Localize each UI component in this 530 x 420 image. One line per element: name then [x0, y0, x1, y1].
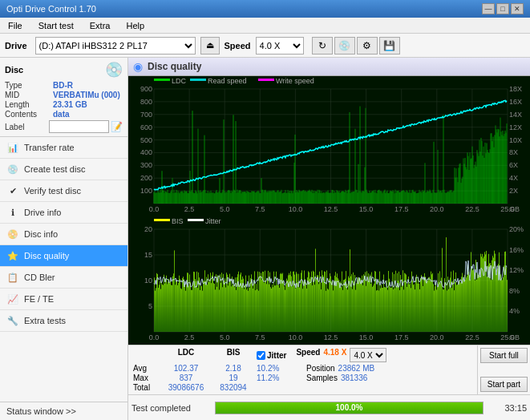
sidebar-item-extra-tests[interactable]: 🔧 Extra tests	[0, 310, 127, 332]
jitter-checkbox[interactable]	[257, 351, 265, 360]
position-value: 23862 MB	[338, 364, 375, 373]
contents-value: data	[53, 110, 70, 119]
status-window-label: Status window >>	[6, 406, 76, 416]
disc-quality-label: Disc quality	[24, 251, 69, 260]
progress-text: 100.0%	[336, 403, 363, 412]
create-test-disc-icon: 💿	[6, 163, 19, 176]
content-area: ◉ Disc quality LDC BIS	[128, 58, 530, 420]
samples-value: 381336	[341, 374, 367, 382]
minimize-button[interactable]: —	[482, 3, 495, 14]
disc-button[interactable]: 💿	[334, 37, 355, 55]
settings-button[interactable]: ⚙	[357, 37, 378, 55]
mid-value: VERBATIMu (000)	[53, 91, 120, 99]
sidebar-item-drive-info[interactable]: ℹ Drive info	[0, 202, 127, 224]
avg-label: Avg	[133, 364, 159, 373]
length-value: 23.31 GB	[53, 100, 87, 109]
sidebar-item-disc-info[interactable]: 📀 Disc info	[0, 224, 127, 245]
col-bis-header: BIS	[213, 348, 253, 362]
disc-quality-icon: ⭐	[6, 249, 19, 262]
app-title: Opti Drive Control 1.70	[6, 4, 96, 14]
extra-tests-label: Extra tests	[24, 316, 66, 325]
window-controls: — □ ✕	[482, 3, 524, 14]
cd-bler-icon: 📋	[6, 271, 19, 284]
sidebar-item-verify-test-disc[interactable]: ✔ Verify test disc	[0, 180, 127, 202]
disc-quality-header: ◉ Disc quality	[128, 58, 530, 76]
drive-info-icon: ℹ	[6, 206, 19, 219]
speed-stat-value: 4.18 X	[323, 348, 346, 362]
sidebar-item-fe-te[interactable]: 📈 FE / TE	[0, 289, 127, 310]
menu-extra[interactable]: Extra	[85, 19, 115, 32]
top-chart	[128, 76, 530, 216]
sidebar-item-cd-bler[interactable]: 📋 CD Bler	[0, 267, 127, 289]
sidebar-item-transfer-rate[interactable]: 📊 Transfer rate	[0, 137, 127, 159]
refresh-button[interactable]: ↻	[312, 37, 333, 55]
type-label: Type	[5, 81, 53, 90]
drive-toolbar: Drive (D:) ATAPI iHBS312 2 PL17 ⏏ Speed …	[0, 34, 530, 58]
disc-info-icon: 📀	[6, 228, 19, 240]
samples-label: Samples	[306, 374, 338, 382]
position-label: Position	[306, 364, 335, 373]
drive-info-label: Drive info	[24, 208, 61, 217]
close-button[interactable]: ✕	[511, 3, 524, 14]
save-button[interactable]: 💾	[379, 37, 400, 55]
start-full-button[interactable]: Start full	[480, 348, 528, 363]
info-right: Start full Start part	[477, 345, 530, 394]
total-bis: 832094	[213, 383, 253, 392]
drive-label: Drive	[5, 41, 27, 50]
fe-te-label: FE / TE	[24, 294, 54, 304]
max-jitter: 11.2%	[257, 374, 297, 382]
progress-fill: 100.0%	[216, 402, 483, 414]
total-ldc: 39086676	[162, 383, 210, 392]
status-window-button[interactable]: Status window >>	[0, 402, 127, 420]
title-bar: Opti Drive Control 1.70 — □ ✕	[0, 0, 530, 18]
create-test-disc-label: Create test disc	[24, 164, 85, 174]
cd-bler-label: CD Bler	[24, 273, 55, 282]
menu-bar: File Start test Extra Help	[0, 18, 530, 34]
sidebar: Disc 💿 Type BD-R MID VERBATIMu (000) Len…	[0, 58, 128, 420]
speed-label: Speed	[225, 41, 251, 50]
label-input[interactable]	[49, 120, 109, 133]
status-text: Test completed	[131, 403, 212, 413]
jitter-label: Jitter	[267, 351, 286, 360]
drive-select[interactable]: (D:) ATAPI iHBS312 2 PL17	[35, 37, 196, 55]
contents-label: Contents	[5, 110, 53, 119]
info-bottom: LDC BIS Jitter Speed 4.18 X 4.0 X Avg	[128, 345, 530, 394]
bottom-bar: Test completed 100.0% 33:15	[128, 394, 530, 420]
progress-bar: 100.0%	[215, 402, 483, 414]
extra-tests-icon: 🔧	[6, 314, 19, 327]
disc-quality-title: Disc quality	[148, 61, 201, 72]
sidebar-item-create-test-disc[interactable]: 💿 Create test disc	[0, 159, 127, 180]
transfer-rate-label: Transfer rate	[24, 143, 75, 152]
bottom-chart	[128, 216, 530, 345]
mid-label: MID	[5, 91, 53, 99]
menu-start-test[interactable]: Start test	[34, 19, 79, 32]
menu-help[interactable]: Help	[121, 19, 149, 32]
eject-button[interactable]: ⏏	[200, 37, 220, 55]
dq-icon: ◉	[133, 60, 143, 73]
avg-ldc: 102.37	[162, 364, 210, 373]
type-value: BD-R	[53, 81, 73, 90]
stats-section: LDC BIS Jitter Speed 4.18 X 4.0 X Avg	[128, 345, 477, 394]
sidebar-item-disc-quality[interactable]: ⭐ Disc quality	[0, 245, 127, 267]
avg-jitter: 10.2%	[257, 364, 297, 373]
toolbar-icons: ↻ 💿 ⚙ 💾	[312, 37, 400, 55]
main-layout: Disc 💿 Type BD-R MID VERBATIMu (000) Len…	[0, 58, 530, 420]
disc-panel-title: Disc	[5, 65, 23, 75]
speed-stat-label: Speed	[296, 348, 320, 362]
time-display: 33:15	[487, 403, 527, 413]
max-ldc: 837	[162, 374, 210, 382]
col-ldc-header: LDC	[162, 348, 210, 362]
avg-bis: 2.18	[213, 364, 253, 373]
transfer-rate-icon: 📊	[6, 141, 19, 154]
disc-info-label: Disc info	[24, 229, 58, 239]
speed-stat-select[interactable]: 4.0 X	[350, 348, 386, 362]
maximize-button[interactable]: □	[496, 3, 509, 14]
speed-select[interactable]: 4.0 X	[256, 37, 304, 55]
label-icon[interactable]: 📝	[111, 121, 123, 132]
max-label: Max	[133, 374, 159, 382]
verify-test-disc-icon: ✔	[6, 184, 19, 197]
menu-file[interactable]: File	[3, 19, 27, 32]
disc-panel: Disc 💿 Type BD-R MID VERBATIMu (000) Len…	[0, 58, 127, 137]
disc-icon: 💿	[105, 61, 123, 79]
start-part-button[interactable]: Start part	[480, 377, 528, 392]
